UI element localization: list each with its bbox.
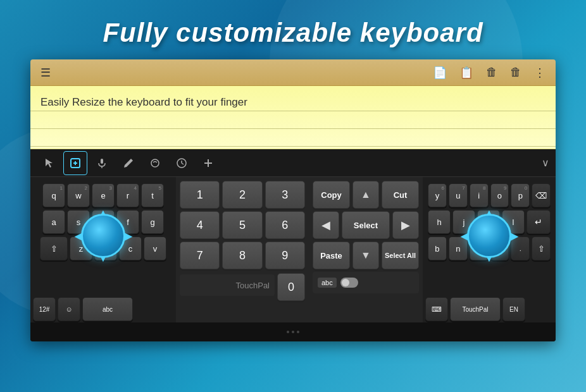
kb-plus-icon[interactable] — [196, 151, 220, 175]
page-title: Fully customizable keyboard — [103, 18, 483, 47]
keyboard-left-panel: 1q 2w 3e 4r 5t a s d f g — [30, 177, 176, 322]
num-key-5[interactable]: 5 — [222, 211, 262, 239]
keyboard-main: 1q 2w 3e 4r 5t a s d f g — [30, 177, 556, 322]
keyboard-right-panel: 6y 7u 8i 9o 0p ⌫ h j k l ↵ — [423, 177, 556, 322]
key-o[interactable]: 9o — [490, 183, 509, 207]
key-shift-right[interactable]: ⇧ — [532, 236, 551, 260]
abc-bar: abc — [313, 272, 419, 293]
key-a[interactable]: a — [42, 210, 65, 234]
num-key-7[interactable]: 7 — [180, 242, 220, 269]
svg-rect-3 — [101, 159, 103, 164]
note-text: Easily Resize the keyboard to fit your f… — [41, 94, 545, 111]
svg-line-8 — [182, 163, 184, 164]
key-lang-en[interactable]: EN — [502, 297, 525, 321]
joystick-right[interactable]: ▲ ▼ ◀ ▶ — [461, 207, 518, 264]
app-container: ☰ 📄 📋 🗑 🗑 ⋮ Easily Resize the keyboard t… — [30, 59, 556, 341]
copy-button[interactable]: Copy — [313, 181, 350, 209]
keyboard-action-panel: Copy ▲ Cut ◀ Select ▶ Paste ▼ Select All — [309, 177, 423, 322]
left-arrow-button[interactable]: ◀ — [313, 211, 339, 239]
zero-row: TouchPal 0 — [180, 273, 305, 301]
key-numpad-toggle[interactable]: 12# — [33, 297, 56, 321]
action-row-1: Copy ▲ Cut — [313, 181, 419, 209]
bottom-dot-3 — [297, 331, 299, 333]
cut-button[interactable]: Cut — [382, 181, 419, 209]
more-options-icon[interactable]: ⋮ — [534, 66, 545, 80]
key-emoji-left[interactable]: ☺ — [58, 297, 80, 321]
kb-mic-icon[interactable] — [90, 151, 114, 175]
key-i[interactable]: 8i — [470, 183, 489, 207]
key-row-1-left: 1q 2w 3e 4r 5t — [33, 182, 173, 209]
num-key-8[interactable]: 8 — [222, 242, 262, 269]
action-row-3: Paste ▼ Select All — [313, 242, 419, 269]
num-key-4[interactable]: 4 — [180, 211, 220, 239]
kb-pen-icon[interactable] — [116, 151, 140, 175]
key-backspace[interactable]: ⌫ — [532, 183, 551, 207]
abc-tag: abc — [318, 278, 337, 288]
key-row-1-right: 6y 7u 8i 9o 0p ⌫ — [425, 182, 553, 209]
trash-icon[interactable]: 🗑 — [510, 66, 521, 79]
select-button[interactable]: Select — [342, 211, 390, 239]
key-space-left[interactable]: abc — [82, 297, 133, 321]
app-toolbar: ☰ 📄 📋 🗑 🗑 ⋮ — [30, 59, 556, 86]
numpad-grid: 1 2 3 4 5 6 7 8 9 — [180, 181, 305, 269]
action-row-2: ◀ Select ▶ — [313, 211, 419, 239]
key-enter[interactable]: ↵ — [527, 210, 551, 234]
title-section: Fully customizable keyboard — [0, 0, 586, 59]
key-shift[interactable]: ⇧ — [40, 236, 68, 260]
up-arrow-button[interactable]: ▲ — [352, 181, 379, 209]
num-key-9[interactable]: 9 — [265, 242, 305, 269]
kb-chevron-icon[interactable]: ∨ — [542, 157, 549, 169]
key-g[interactable]: g — [141, 210, 164, 234]
key-u[interactable]: 7u — [449, 183, 468, 207]
key-w[interactable]: 2w — [67, 183, 90, 207]
key-e[interactable]: 3e — [92, 183, 115, 207]
key-space-right[interactable]: TouchPal — [450, 297, 501, 321]
abc-toggle[interactable] — [340, 278, 358, 288]
key-keyboard-icon[interactable]: ⌨ — [425, 297, 448, 321]
bottom-row-right: ⌨ TouchPal EN — [423, 296, 556, 322]
key-h[interactable]: h — [428, 210, 451, 234]
key-y[interactable]: 6y — [428, 183, 447, 207]
touchpal-label-left: TouchPal — [236, 281, 270, 290]
key-q[interactable]: 1q — [42, 183, 65, 207]
key-v[interactable]: v — [144, 236, 166, 260]
menu-icon[interactable]: ☰ — [41, 66, 51, 80]
key-p[interactable]: 0p — [511, 183, 530, 207]
paste-button[interactable]: Paste — [313, 242, 350, 269]
joystick-left[interactable]: ▲ ▼ ◀ ▶ — [75, 207, 132, 264]
down-arrow-button[interactable]: ▼ — [352, 242, 379, 269]
toolbar-right: 📄 📋 🗑 🗑 ⋮ — [433, 66, 545, 80]
key-b[interactable]: b — [428, 236, 447, 260]
joystick-right-circle[interactable] — [467, 214, 511, 258]
keyboard-container: ∨ 1q 2w 3e 4r 5t a s — [30, 149, 556, 341]
bottom-dot-1 — [287, 331, 289, 333]
copy-note-icon[interactable]: 📋 — [459, 66, 473, 80]
joystick-left-circle[interactable] — [81, 214, 125, 258]
bottom-row-left: 12# ☺ abc — [30, 296, 176, 322]
touchpal-label-bar: TouchPal — [180, 274, 275, 296]
note-area[interactable]: Easily Resize the keyboard to fit your f… — [30, 86, 556, 149]
keyboard-bottom-bar — [30, 322, 556, 341]
kb-bird-icon[interactable] — [143, 151, 167, 175]
joystick-right-container: ▲ ▼ ◀ ▶ — [423, 264, 556, 296]
right-arrow-button[interactable]: ▶ — [392, 211, 419, 239]
num-key-2[interactable]: 2 — [222, 181, 262, 209]
toolbar-left: ☰ — [41, 66, 51, 80]
new-note-icon[interactable]: 📄 — [433, 66, 447, 80]
bottom-dot-2 — [292, 331, 294, 333]
num-key-6[interactable]: 6 — [265, 211, 305, 239]
keyboard-toolbar: ∨ — [30, 149, 556, 177]
num-key-3[interactable]: 3 — [265, 181, 305, 209]
kb-select-icon[interactable] — [63, 151, 87, 175]
keyboard-middle-panel: 1 2 3 4 5 6 7 8 9 TouchPal 0 — [176, 177, 309, 322]
joystick-left-container: ▲ ▼ ◀ ▶ — [30, 264, 176, 296]
delete-icon[interactable]: 🗑 — [486, 66, 497, 79]
key-r[interactable]: 4r — [116, 183, 139, 207]
key-t[interactable]: 5t — [141, 183, 164, 207]
select-all-button[interactable]: Select All — [382, 242, 419, 269]
svg-point-5 — [151, 159, 159, 167]
kb-clock-icon[interactable] — [170, 151, 194, 175]
num-key-1[interactable]: 1 — [180, 181, 220, 209]
kb-cursor-icon[interactable] — [37, 151, 61, 175]
num-key-0[interactable]: 0 — [277, 273, 305, 301]
